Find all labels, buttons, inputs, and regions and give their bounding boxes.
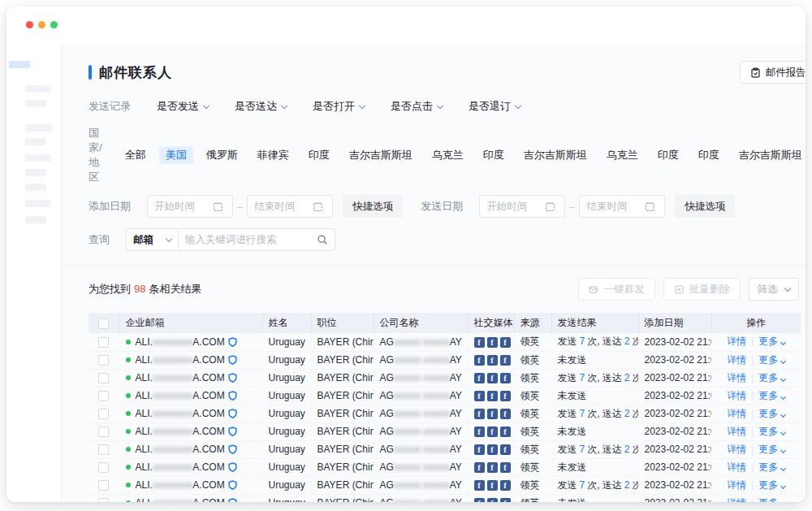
query-field-select[interactable]: 邮箱 (127, 229, 179, 250)
facebook-icon[interactable]: f (487, 337, 498, 348)
region-option[interactable]: 乌克兰 (600, 146, 645, 164)
shield-icon[interactable] (228, 391, 237, 401)
sidebar-item-active[interactable] (9, 61, 30, 68)
facebook-icon[interactable]: f (474, 373, 485, 383)
select-all-checkbox[interactable] (98, 318, 109, 329)
bulk-delete-button[interactable]: 批量删除 (663, 278, 741, 301)
facebook-icon[interactable]: f (474, 498, 485, 502)
search-input[interactable] (179, 234, 317, 245)
row-checkbox[interactable] (98, 355, 109, 366)
filter-dropdown-5[interactable]: 是否退订 (469, 99, 520, 114)
send-date-quick-options-button[interactable]: 快捷选项 (675, 195, 735, 218)
filter-dropdown-1[interactable]: 是否发送 (157, 99, 209, 114)
facebook-icon[interactable]: f (500, 409, 511, 419)
row-checkbox[interactable] (98, 373, 109, 383)
facebook-icon[interactable]: f (474, 480, 485, 491)
facebook-icon[interactable]: f (474, 337, 485, 348)
detail-link[interactable]: 详情 (727, 408, 746, 419)
search-icon[interactable] (317, 234, 328, 245)
filter-dropdown-2[interactable]: 是否送达 (235, 99, 287, 114)
shield-icon[interactable] (228, 498, 237, 502)
row-checkbox[interactable] (98, 337, 109, 348)
close-window-icon[interactable] (26, 21, 33, 28)
filter-select[interactable]: 筛选 (749, 278, 799, 301)
sidebar-item[interactable] (25, 85, 51, 93)
region-option[interactable]: 印度 (651, 146, 685, 164)
region-option[interactable]: 吉尔吉斯斯坦 (343, 146, 419, 164)
bulk-send-button[interactable]: 一键群发 (578, 278, 655, 301)
row-checkbox[interactable] (98, 462, 109, 473)
shield-icon[interactable] (228, 409, 237, 418)
facebook-icon[interactable]: f (500, 337, 511, 348)
detail-link[interactable]: 详情 (727, 461, 746, 473)
more-link[interactable]: 更多 (758, 390, 785, 401)
sidebar-item[interactable] (25, 124, 53, 132)
facebook-icon[interactable]: f (487, 391, 498, 401)
add-date-quick-options-button[interactable]: 快捷选项 (343, 195, 403, 218)
minimize-window-icon[interactable] (38, 21, 45, 28)
detail-link[interactable]: 详情 (727, 336, 746, 347)
shield-icon[interactable] (228, 337, 237, 347)
facebook-icon[interactable]: f (474, 444, 485, 455)
more-link[interactable]: 更多 (758, 479, 785, 491)
detail-link[interactable]: 详情 (727, 372, 746, 383)
add-date-end-input[interactable] (254, 201, 313, 212)
detail-link[interactable]: 详情 (727, 354, 746, 366)
region-option[interactable]: 印度 (692, 146, 726, 164)
filter-dropdown-3[interactable]: 是否打开 (313, 99, 365, 114)
detail-link[interactable]: 详情 (727, 479, 746, 491)
more-link[interactable]: 更多 (758, 426, 785, 437)
facebook-icon[interactable]: f (500, 462, 511, 473)
sidebar-item[interactable] (25, 100, 46, 107)
facebook-icon[interactable]: f (500, 391, 511, 401)
more-link[interactable]: 更多 (758, 354, 785, 366)
filter-dropdown-4[interactable]: 是否点击 (391, 99, 443, 114)
sidebar-item[interactable] (25, 216, 46, 223)
region-option[interactable]: 印度 (477, 146, 511, 164)
more-link[interactable]: 更多 (758, 408, 785, 419)
sidebar-item[interactable] (25, 184, 46, 191)
shield-icon[interactable] (228, 373, 237, 383)
row-checkbox[interactable] (98, 427, 109, 437)
facebook-icon[interactable]: f (487, 498, 498, 502)
row-checkbox[interactable] (98, 480, 109, 491)
shield-icon[interactable] (228, 480, 237, 490)
row-checkbox[interactable] (98, 409, 109, 419)
facebook-icon[interactable]: f (500, 427, 511, 437)
region-option[interactable]: 吉尔吉斯斯坦 (517, 146, 594, 164)
facebook-icon[interactable]: f (487, 373, 498, 383)
detail-link[interactable]: 详情 (727, 497, 746, 503)
facebook-icon[interactable]: f (487, 409, 498, 419)
more-link[interactable]: 更多 (758, 336, 785, 347)
row-checkbox[interactable] (98, 391, 109, 401)
region-option[interactable]: 菲律宾 (251, 146, 296, 164)
facebook-icon[interactable]: f (500, 444, 511, 455)
row-checkbox[interactable] (98, 498, 109, 502)
region-option[interactable]: 美国 (159, 146, 193, 164)
more-link[interactable]: 更多 (758, 444, 785, 455)
facebook-icon[interactable]: f (487, 462, 498, 473)
sidebar-item[interactable] (25, 154, 50, 162)
facebook-icon[interactable]: f (474, 462, 485, 473)
send-date-start-input[interactable] (486, 201, 545, 212)
facebook-icon[interactable]: f (487, 480, 498, 491)
facebook-icon[interactable]: f (474, 427, 485, 437)
detail-link[interactable]: 详情 (727, 444, 746, 455)
send-date-end-input[interactable] (586, 201, 645, 212)
shield-icon[interactable] (228, 444, 237, 454)
region-option[interactable]: 吉尔吉斯斯坦 (732, 146, 806, 164)
shield-icon[interactable] (228, 427, 237, 436)
region-option[interactable]: 全部 (119, 146, 153, 164)
detail-link[interactable]: 详情 (727, 390, 746, 401)
facebook-icon[interactable]: f (500, 498, 511, 502)
region-option[interactable]: 乌克兰 (425, 146, 470, 164)
sidebar-item[interactable] (25, 200, 51, 207)
sidebar-item[interactable] (25, 169, 46, 176)
region-option[interactable]: 印度 (302, 146, 336, 164)
sidebar-item[interactable] (25, 138, 46, 145)
more-link[interactable]: 更多 (758, 461, 785, 473)
facebook-icon[interactable]: f (474, 355, 485, 366)
shield-icon[interactable] (228, 355, 237, 365)
facebook-icon[interactable]: f (474, 391, 485, 401)
region-option[interactable]: 俄罗斯 (200, 146, 244, 164)
